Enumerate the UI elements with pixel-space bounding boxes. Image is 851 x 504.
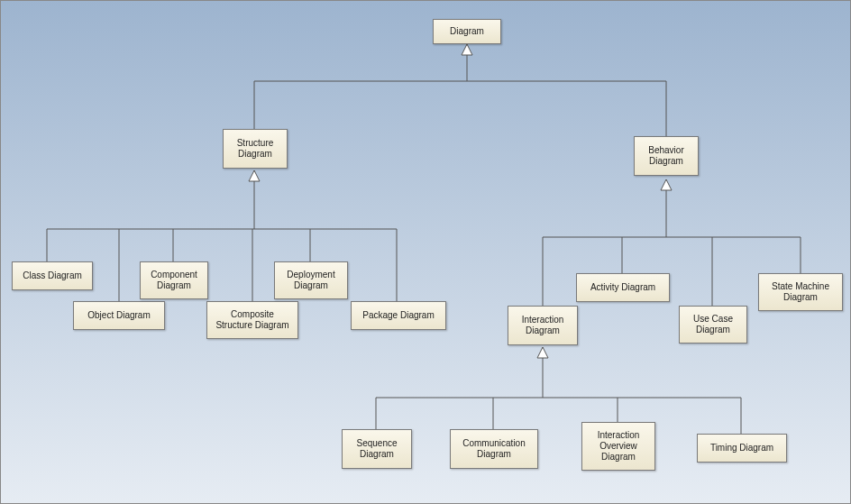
edge-layer (1, 1, 851, 504)
node-timing-diagram: Timing Diagram (697, 434, 787, 463)
node-package-diagram: Package Diagram (351, 301, 446, 330)
node-label: SequenceDiagram (356, 438, 397, 460)
svg-marker-22 (537, 347, 548, 358)
node-label: State MachineDiagram (772, 281, 829, 303)
node-component-diagram: ComponentDiagram (140, 261, 208, 299)
node-structure-diagram: StructureDiagram (223, 129, 288, 169)
svg-marker-6 (249, 170, 260, 181)
node-use-case-diagram: Use CaseDiagram (679, 306, 747, 344)
node-class-diagram: Class Diagram (12, 261, 93, 290)
node-label: InteractionOverviewDiagram (598, 430, 640, 463)
node-label: Activity Diagram (590, 282, 655, 293)
node-label: StructureDiagram (237, 138, 274, 160)
node-activity-diagram: Activity Diagram (576, 273, 670, 302)
node-label: Class Diagram (23, 270, 82, 281)
svg-marker-4 (462, 44, 472, 55)
node-label: Timing Diagram (710, 443, 773, 454)
node-interaction-overview-diagram: InteractionOverviewDiagram (581, 422, 655, 471)
node-diagram: Diagram (433, 19, 501, 44)
node-interaction-diagram: InteractionDiagram (508, 306, 578, 345)
node-communication-diagram: CommunicationDiagram (450, 429, 538, 469)
node-label: Diagram (450, 26, 484, 37)
node-label: Object Diagram (87, 310, 150, 321)
node-label: BehaviorDiagram (648, 145, 683, 167)
node-composite-structure-diagram: CompositeStructure Diagram (206, 301, 298, 339)
node-label: Use CaseDiagram (693, 314, 733, 335)
node-label: CommunicationDiagram (462, 438, 525, 460)
node-state-machine-diagram: State MachineDiagram (758, 273, 843, 311)
node-label: CompositeStructure Diagram (215, 309, 288, 331)
node-sequence-diagram: SequenceDiagram (342, 429, 412, 469)
node-label: InteractionDiagram (522, 315, 564, 336)
node-label: ComponentDiagram (151, 270, 197, 291)
node-deployment-diagram: DeploymentDiagram (274, 261, 348, 299)
node-label: DeploymentDiagram (287, 270, 334, 291)
node-object-diagram: Object Diagram (73, 301, 165, 330)
svg-marker-15 (661, 179, 672, 190)
node-label: Package Diagram (362, 310, 434, 321)
node-behavior-diagram: BehaviorDiagram (634, 136, 699, 176)
